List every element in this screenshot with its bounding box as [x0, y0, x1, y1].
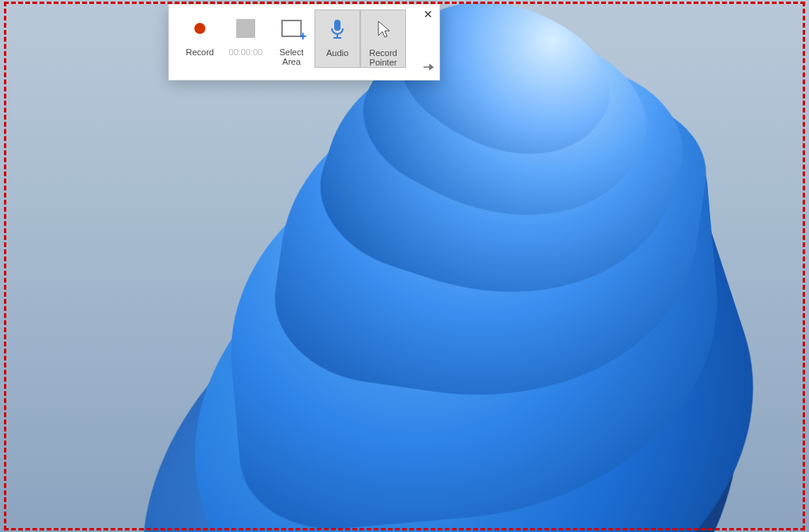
record-label: Record [186, 47, 213, 57]
recording-selection-rectangle [4, 2, 805, 530]
screen-recorder-toolbar: Record 00:00:00 Select Area [168, 4, 440, 81]
cursor-icon [367, 13, 399, 45]
svg-rect-0 [334, 20, 341, 31]
recording-timer: 00:00:00 [223, 9, 269, 68]
record-button[interactable]: Record [177, 9, 223, 68]
pin-icon [423, 62, 434, 72]
record-pointer-label: Record Pointer [369, 48, 397, 67]
record-pointer-toggle-button[interactable]: Record Pointer [360, 9, 406, 68]
stop-icon [230, 13, 262, 44]
audio-label: Audio [326, 48, 348, 58]
pin-button[interactable] [423, 62, 435, 73]
close-icon: ✕ [423, 8, 433, 21]
select-area-button[interactable]: Select Area [269, 9, 314, 68]
select-area-label: Select Area [280, 47, 304, 66]
timer-value: 00:00:00 [229, 47, 263, 57]
audio-toggle-button[interactable]: Audio [314, 9, 360, 68]
record-icon [184, 13, 216, 44]
close-button[interactable]: ✕ [421, 7, 435, 21]
microphone-icon [322, 13, 353, 45]
select-area-icon [276, 13, 307, 44]
